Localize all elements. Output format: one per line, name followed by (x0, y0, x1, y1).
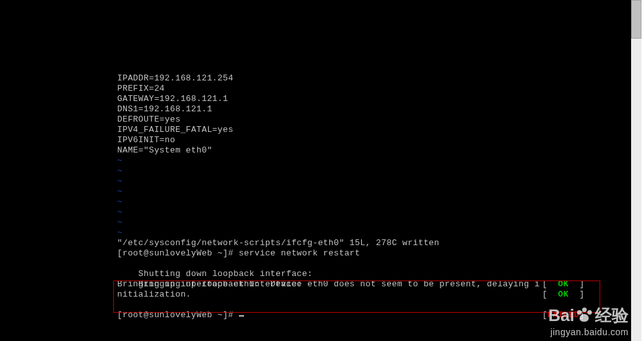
cfg-prefix: PREFIX=24 (117, 84, 631, 94)
svc-line-shutdown-lo: Shutting down loopback interface: [ OK ] (117, 259, 631, 269)
status-ok: [ OK ] (542, 290, 585, 300)
vim-empty-line: ~ (117, 197, 631, 207)
vim-empty-line: ~ (117, 166, 631, 176)
vim-empty-line: ~ (117, 207, 631, 217)
svc-line-failed: [FAILED] (117, 300, 631, 310)
vim-empty-line: ~ (117, 228, 631, 238)
cfg-ipv6init: IPV6INIT=no (117, 135, 631, 145)
cfg-name: NAME="System eth0" (117, 145, 631, 156)
vim-empty-line: ~ (117, 187, 631, 197)
scrollbar-thumb[interactable] (631, 0, 641, 39)
cursor-icon (239, 315, 244, 317)
status-ok: [ OK ] (542, 279, 585, 290)
cfg-dns1: DNS1=192.168.121.1 (117, 104, 631, 115)
svc-line-up-lo: Bringing up loopback interface: [ OK ] (117, 269, 631, 279)
shell-command: [root@sunlovelyWeb ~]# service network r… (117, 248, 631, 259)
svc-msg: Bringing up loopback interface: (138, 279, 302, 289)
cfg-gateway: GATEWAY=192.168.121.1 (117, 94, 631, 104)
vim-empty-line: ~ (117, 217, 631, 228)
cfg-defroute: DEFROUTE=yes (117, 115, 631, 125)
vim-empty-line: ~ (117, 176, 631, 187)
cfg-ipaddr: IPADDR=192.168.121.254 (117, 73, 631, 84)
vim-empty-line: ~ (117, 156, 631, 166)
terminal-window[interactable]: IPADDR=192.168.121.254 PREFIX=24 GATEWAY… (0, 0, 631, 341)
scrollbar-track[interactable] (631, 0, 641, 341)
vim-write-status: "/etc/sysconfig/network-scripts/ifcfg-et… (117, 238, 631, 248)
cfg-ipv4ff: IPV4_FAILURE_FATAL=yes (117, 125, 631, 135)
status-failed: [FAILED] (542, 310, 585, 320)
